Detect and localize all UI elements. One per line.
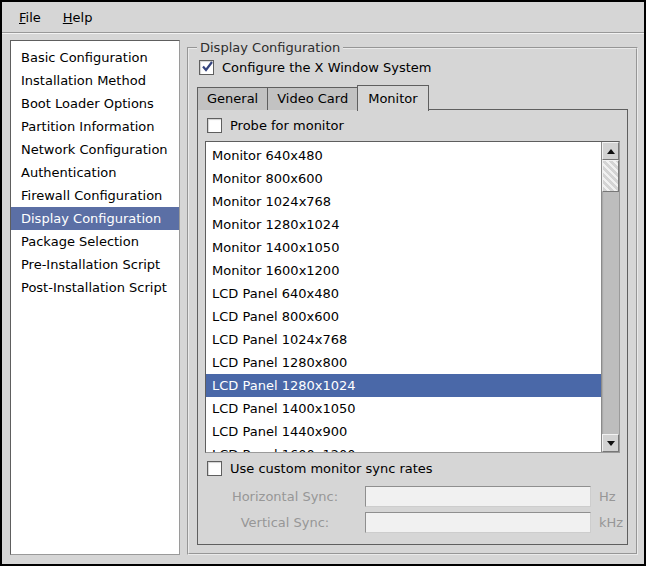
menu-item[interactable]: Help bbox=[56, 7, 100, 28]
scroll-up-button[interactable] bbox=[602, 142, 619, 160]
scrollbar-track[interactable] bbox=[602, 192, 619, 434]
sidebar-item[interactable]: Pre-Installation Script bbox=[11, 253, 179, 276]
scrollbar-thumb[interactable] bbox=[602, 160, 619, 192]
monitor-listbox: Monitor 640x480Monitor 800x600Monitor 10… bbox=[205, 141, 620, 453]
arrow-down-icon bbox=[607, 441, 615, 446]
checkmark-icon bbox=[200, 59, 215, 74]
category-sidebar: Basic ConfigurationInstallation MethodBo… bbox=[10, 40, 180, 555]
menu-item[interactable]: File bbox=[12, 7, 48, 28]
monitor-list-item[interactable]: LCD Panel 1280x1024 bbox=[206, 374, 601, 397]
menubar: FileHelp bbox=[2, 2, 644, 33]
monitor-list: Monitor 640x480Monitor 800x600Monitor 10… bbox=[206, 142, 601, 452]
horizontal-sync-unit: Hz bbox=[599, 489, 616, 504]
monitor-tab-panel: Probe for monitor Monitor 640x480Monitor… bbox=[197, 109, 628, 545]
main-content: Basic ConfigurationInstallation MethodBo… bbox=[2, 33, 644, 564]
monitor-list-item[interactable]: Monitor 800x600 bbox=[206, 167, 601, 190]
custom-sync-checkbox[interactable] bbox=[207, 461, 222, 476]
sidebar-item[interactable]: Boot Loader Options bbox=[11, 92, 179, 115]
configure-x-checkbox[interactable] bbox=[199, 60, 214, 75]
configure-x-row[interactable]: Configure the X Window System bbox=[199, 60, 628, 75]
scroll-down-button[interactable] bbox=[602, 434, 619, 452]
sidebar-item[interactable]: Installation Method bbox=[11, 69, 179, 92]
monitor-list-item[interactable]: LCD Panel 1600x1200 bbox=[206, 443, 601, 452]
monitor-list-item[interactable]: LCD Panel 1024x768 bbox=[206, 328, 601, 351]
monitor-list-item[interactable]: Monitor 1400x1050 bbox=[206, 236, 601, 259]
horizontal-sync-label: Horizontal Sync: bbox=[205, 489, 365, 504]
custom-sync-row[interactable]: Use custom monitor sync rates bbox=[207, 461, 620, 476]
arrow-up-icon bbox=[607, 149, 615, 154]
sidebar-item[interactable]: Network Configuration bbox=[11, 138, 179, 161]
monitor-list-item[interactable]: Monitor 640x480 bbox=[206, 144, 601, 167]
sidebar-item[interactable]: Display Configuration bbox=[11, 207, 179, 230]
horizontal-sync-input bbox=[365, 486, 591, 507]
probe-for-monitor-checkbox[interactable] bbox=[207, 118, 222, 133]
sidebar-item[interactable]: Package Selection bbox=[11, 230, 179, 253]
display-configuration-frame: Display Configuration Configure the X Wi… bbox=[187, 40, 638, 555]
kickstart-configurator-window: FileHelp Basic ConfigurationInstallation… bbox=[0, 0, 646, 566]
sidebar-item[interactable]: Authentication bbox=[11, 161, 179, 184]
tab-monitor[interactable]: Monitor bbox=[357, 85, 428, 111]
vertical-sync-row: Vertical Sync: kHz bbox=[205, 510, 620, 534]
monitor-list-item[interactable]: LCD Panel 1280x800 bbox=[206, 351, 601, 374]
frame-title: Display Configuration bbox=[197, 40, 343, 55]
probe-for-monitor-row[interactable]: Probe for monitor bbox=[207, 118, 620, 133]
tab-bar: General Video Card Monitor bbox=[197, 85, 628, 110]
sidebar-item[interactable]: Firewall Configuration bbox=[11, 184, 179, 207]
monitor-list-item[interactable]: LCD Panel 1400x1050 bbox=[206, 397, 601, 420]
vertical-scrollbar[interactable] bbox=[601, 142, 619, 452]
vertical-sync-label: Vertical Sync: bbox=[205, 515, 365, 530]
configure-x-label: Configure the X Window System bbox=[222, 60, 432, 75]
tab-video-card[interactable]: Video Card bbox=[267, 87, 358, 110]
monitor-list-item[interactable]: LCD Panel 640x480 bbox=[206, 282, 601, 305]
vertical-sync-unit: kHz bbox=[599, 515, 623, 530]
monitor-list-item[interactable]: LCD Panel 800x600 bbox=[206, 305, 601, 328]
horizontal-sync-row: Horizontal Sync: Hz bbox=[205, 484, 620, 508]
monitor-list-item[interactable]: Monitor 1280x1024 bbox=[206, 213, 601, 236]
sidebar-item[interactable]: Partition Information bbox=[11, 115, 179, 138]
monitor-list-item[interactable]: Monitor 1024x768 bbox=[206, 190, 601, 213]
monitor-list-item[interactable]: Monitor 1600x1200 bbox=[206, 259, 601, 282]
vertical-sync-input bbox=[365, 512, 591, 533]
probe-for-monitor-label: Probe for monitor bbox=[230, 118, 344, 133]
sidebar-item[interactable]: Post-Installation Script bbox=[11, 276, 179, 299]
monitor-list-item[interactable]: LCD Panel 1440x900 bbox=[206, 420, 601, 443]
tab-general[interactable]: General bbox=[197, 87, 268, 110]
custom-sync-label: Use custom monitor sync rates bbox=[230, 461, 433, 476]
sidebar-item[interactable]: Basic Configuration bbox=[11, 46, 179, 69]
